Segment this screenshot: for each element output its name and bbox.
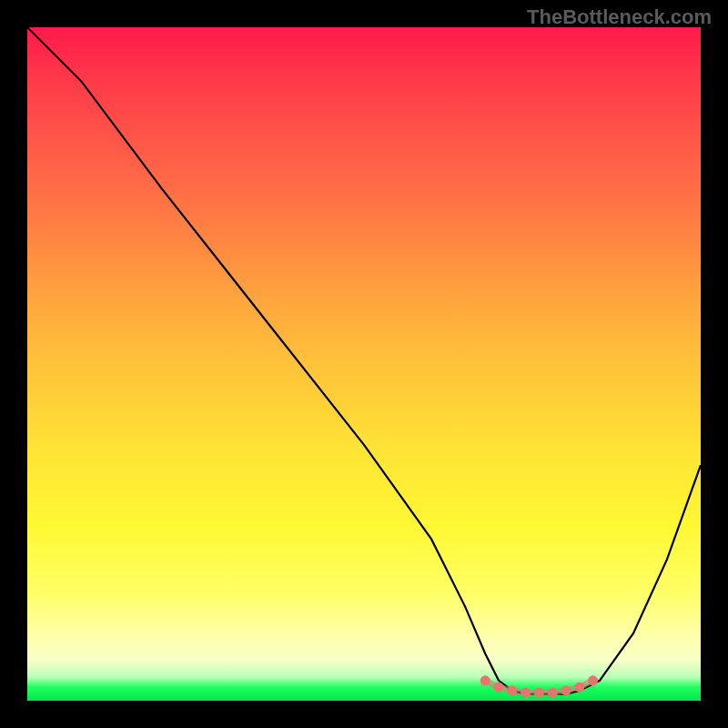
chart-svg (27, 27, 701, 701)
svg-point-3 (521, 688, 531, 698)
svg-point-7 (574, 682, 584, 693)
svg-point-4 (534, 688, 544, 698)
svg-point-2 (507, 685, 517, 695)
svg-point-1 (494, 682, 504, 693)
watermark-text: TheBottleneck.com (527, 5, 712, 29)
bottleneck-curve (27, 27, 701, 694)
svg-point-0 (480, 675, 490, 685)
svg-point-5 (548, 688, 558, 698)
svg-point-8 (588, 675, 598, 685)
chart-plot-area (27, 27, 701, 701)
svg-point-6 (561, 685, 571, 695)
